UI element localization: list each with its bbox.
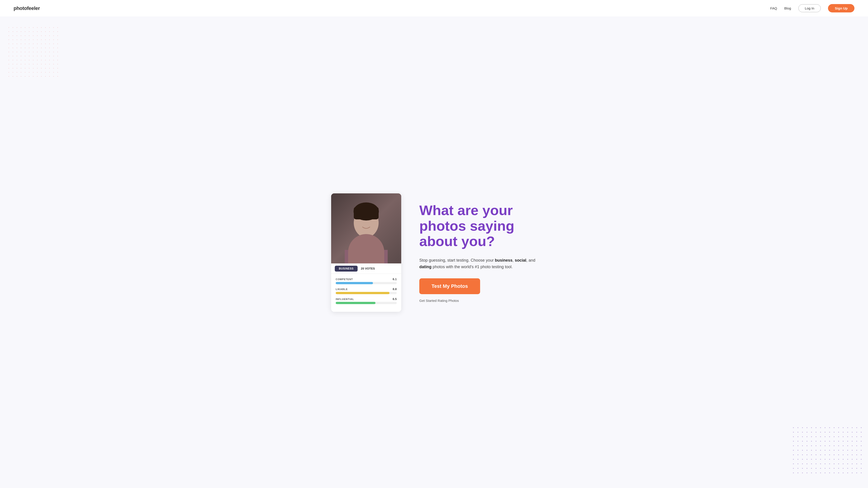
navbar: photofeeler FAQ Blog Log In Sign Up [0,0,868,17]
influential-label: INFLUENTIAL [336,298,354,300]
subtext-plain-1: Stop guessing, start testing. Choose you… [419,258,495,263]
subtext-bold-business: business [495,258,513,263]
nav-right: FAQ Blog Log In Sign Up [770,4,855,12]
hero-text: What are your photos saying about you? S… [419,203,537,302]
svg-rect-4 [354,207,379,219]
votes-count: 20 [361,267,364,270]
votes-display: 20 VOTES [361,267,375,270]
competent-bar-fill [336,282,373,284]
person-silhouette [331,193,401,263]
card-tabs: BUSINESS 20 VOTES [331,263,401,274]
signup-button[interactable]: Sign Up [828,4,855,12]
subtext-bold-dating: dating [419,265,432,269]
subtext-plain-2: , and [526,258,535,263]
influential-value: 6.5 [393,297,397,301]
votes-label: VOTES [365,267,375,270]
svg-point-1 [346,250,386,263]
purple-dots-decoration [791,425,864,475]
hero-subtext: Stop guessing, start testing. Choose you… [419,257,537,270]
influential-metric: INFLUENTIAL 6.5 [336,297,397,304]
subtext-bold-social: social [515,258,526,263]
metrics-container: COMPETENT 6.1 LIKABLE 8.8 [331,274,401,312]
photo-card: BUSINESS 20 VOTES COMPETENT 6.1 [331,193,401,312]
nav-blog-link[interactable]: Blog [784,6,791,10]
pink-dots-decoration [7,26,59,77]
likable-metric: LIKABLE 8.8 [336,287,397,294]
cta-secondary-text: Get Started Rating Photos [419,299,537,302]
likable-label: LIKABLE [336,288,348,291]
influential-bar-fill [336,302,375,304]
subtext-comma: , [513,258,515,263]
nav-faq-link[interactable]: FAQ [770,6,777,10]
competent-metric: COMPETENT 6.1 [336,278,397,284]
svg-rect-6 [345,250,388,263]
competent-value: 6.1 [393,278,397,281]
hero-section: BUSINESS 20 VOTES COMPETENT 6.1 [0,17,868,488]
test-my-photos-button[interactable]: Test My Photos [419,278,480,294]
likable-value: 8.8 [393,287,397,291]
hero-headline: What are your photos saying about you? [419,203,537,249]
likable-bar-bg [336,292,397,294]
person-photo [331,193,401,263]
logo: photofeeler [13,5,40,11]
likable-bar-fill [336,292,390,294]
svg-point-5 [345,246,388,263]
business-tab[interactable]: BUSINESS [335,266,358,271]
login-button[interactable]: Log In [798,4,821,12]
subtext-plain-3: photos with the world's #1 photo testing… [432,265,513,269]
influential-bar-bg [336,302,397,304]
competent-bar-bg [336,282,397,284]
competent-label: COMPETENT [336,278,353,281]
